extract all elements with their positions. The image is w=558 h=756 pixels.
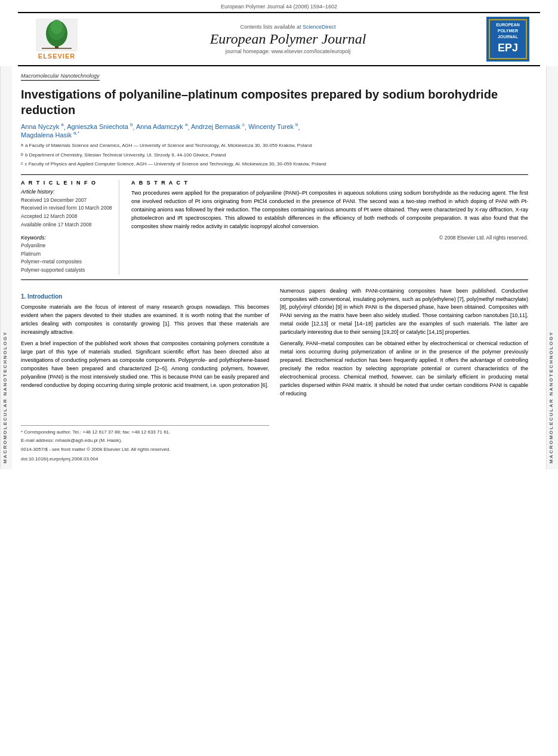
copyright-line: © 2008 Elsevier Ltd. All rights reserved… [131,235,528,241]
article-info-title: A R T I C L E I N F O [21,180,113,186]
sidebar-label-left: MACROMOLECULAR NANOTECHNOLOGY [0,66,12,469]
affil-3-text: c Faculty of Physics and Applied Compute… [25,161,326,170]
page-layout: MACROMOLECULAR NANOTECHNOLOGY Macromolec… [0,66,558,469]
author-1: Anna Nyczyk a [21,123,64,130]
journal-homepage: journal homepage: www.elsevier.com/locat… [90,48,486,54]
author-6: Magdalena Hasik a,* [21,131,79,139]
epj-logo-text: EUROPEAN POLYMER JOURNAL EPJ [490,20,526,58]
main-content: Macromolecular Nanotechnology Investigat… [12,66,546,469]
epj-logo-area: EUROPEAN POLYMER JOURNAL EPJ [486,17,534,62]
section-label: Macromolecular Nanotechnology [21,73,100,81]
keyword-3: Polymer–metal composites [21,258,113,266]
body-left-col: 1. Introduction Composite materials are … [21,287,269,463]
doi-line: doi:10.1016/j.eurpolymj.2008.03.004 [21,456,269,463]
history-accepted: Accepted 12 March 2008 [21,213,113,221]
keyword-1: Polyaniline [21,242,113,250]
article-info-abstract: A R T I C L E I N F O Article history: R… [21,180,528,275]
sciencedirect-line: Contents lists available at ScienceDirec… [90,24,486,30]
author-3: Anna Adamczyk a [136,123,187,130]
elsevier-logo: ELSEVIER [24,19,90,60]
intro-heading: 1. Introduction [21,292,269,302]
keywords-label: Keywords: [21,235,113,241]
affiliations: a a Faculty of Materials Science and Cer… [21,142,528,170]
journal-reference: European Polymer Journal 44 (2008) 1594–… [0,0,558,12]
history-online: Available online 17 March 2008 [21,221,113,229]
main-body: 1. Introduction Composite materials are … [21,287,528,463]
author-5: Wincenty Turek b [248,123,298,130]
authors-line: Anna Nyczyk a, Agnieszka Sniechota b, An… [21,122,528,139]
history-label: Article history: [21,189,113,195]
history-revised: Received in revised form 10 March 2008 [21,204,113,213]
svg-point-4 [51,20,63,34]
affil-1: a a Faculty of Materials Science and Cer… [21,142,528,151]
affil-3: c c Faculty of Physics and Applied Compu… [21,161,528,170]
intro-para-2: Even a brief inspection of the published… [21,340,269,390]
author-2: Agnieszka Sniechota b [67,123,132,130]
keywords-section: Keywords: Polyaniline Platinum Polymer–m… [21,235,113,274]
header-divider [21,174,528,175]
abstract-text: Two procedures were applied for the prep… [131,189,528,231]
affil-2: b b Department of Chemistry, Silesian Te… [21,152,528,161]
right-para-1: Numerous papers dealing with PANI-contai… [280,287,528,337]
elsevier-logo-area: ELSEVIER [24,19,90,60]
sciencedirect-prefix: Contents lists available at [240,24,301,30]
elsevier-tree-icon [36,19,78,51]
author-4: Andrzej Bernasik c [191,123,245,130]
issn-line: 0014-3057/$ - see front matter © 2008 El… [21,446,269,453]
history-received: Received 19 December 2007 [21,196,113,205]
article-title: Investigations of polyaniline–platinum c… [21,87,528,118]
intro-para-1: Composite materials are the focus of int… [21,303,269,337]
keyword-4: Polymer-supported catalysts [21,266,113,275]
affil-1-text: a Faculty of Materials Science and Ceram… [25,142,312,151]
abstract-title: A B S T R A C T [131,180,528,186]
sciencedirect-link: ScienceDirect [303,24,336,30]
footnote-corresponding: * Corresponding author. Tel.: +48 12 617… [21,429,269,435]
right-para-2: Generally, PANI–metal composites can be … [280,340,528,398]
article-info-column: A R T I C L E I N F O Article history: R… [21,180,119,275]
journal-header: ELSEVIER Contents lists available at Sci… [18,12,540,66]
footnote-email: E-mail address: mhasik@agh.edu.pl (M. Ha… [21,437,269,444]
journal-title: European Polymer Journal [90,31,486,47]
abstract-body-divider [21,279,528,280]
keyword-2: Platinum [21,250,113,259]
abstract-column: A B S T R A C T Two procedures were appl… [131,180,528,275]
journal-title-area: Contents lists available at ScienceDirec… [90,24,486,54]
footnotes-area: * Corresponding author. Tel.: +48 12 617… [21,425,269,463]
affil-2-text: b Department of Chemistry, Silesian Tech… [25,152,226,161]
email-text: E-mail address: mhasik@agh.edu.pl (M. Ha… [21,438,122,443]
footnotes: * Corresponding author. Tel.: +48 12 617… [21,425,269,443]
body-right-col: Numerous papers dealing with PANI-contai… [280,287,528,463]
elsevier-brand: ELSEVIER [38,53,75,60]
sidebar-label-right: MACROMOLECULAR NANOTECHNOLOGY [546,66,558,469]
